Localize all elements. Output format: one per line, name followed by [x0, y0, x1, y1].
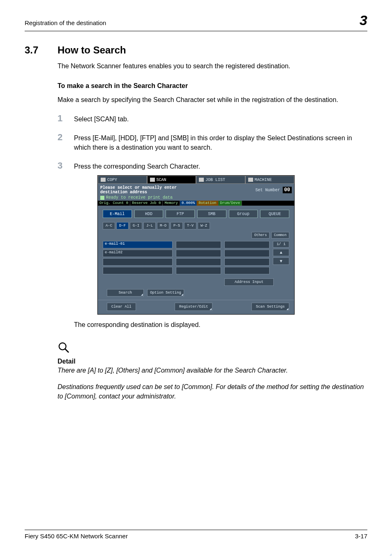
page-up-button[interactable]: ▲: [273, 249, 289, 256]
search-button[interactable]: Search: [107, 289, 144, 297]
intro-paragraph: The Network Scanner features enables you…: [58, 62, 367, 71]
tab-joblist[interactable]: JOB LIST: [196, 176, 245, 184]
section-heading: 3.7How to Search: [25, 44, 367, 56]
detail-heading: Detail: [58, 358, 367, 365]
step-number-2: 2: [58, 132, 74, 152]
magnifier-icon: [58, 341, 367, 355]
dest-queue-button[interactable]: QUEUE: [260, 210, 289, 218]
stat-memory-value: 0.000%: [182, 201, 195, 205]
list-item[interactable]: [224, 250, 270, 257]
device-screenshot: COPY SCAN JOB LIST MACHINE Please select…: [97, 175, 295, 315]
alpha-ac[interactable]: A-C: [103, 222, 115, 229]
stat-orig-label: Orig. Count: [99, 201, 124, 205]
tab-copy-label: COPY: [107, 178, 117, 182]
list-item[interactable]: [224, 258, 270, 266]
list-item[interactable]: [103, 267, 173, 274]
stat-rotation: Rotation: [198, 201, 216, 205]
dest-email-button[interactable]: E-Mail: [103, 210, 132, 218]
prompt-line1: Please select or manually enter: [100, 185, 177, 190]
subheading: To make a search in the Search Character: [58, 82, 367, 90]
step-text-1: Select [SCAN] tab.: [74, 113, 367, 124]
stat-reserve-label: Reserve Job: [132, 201, 156, 205]
alpha-jl[interactable]: J-L: [143, 222, 156, 229]
scan-settings-button[interactable]: Scan Settings: [251, 303, 289, 311]
header-left: Registration of the destination: [25, 19, 106, 26]
tab-copy[interactable]: COPY: [98, 176, 147, 184]
tab-machine[interactable]: MACHINE: [245, 176, 295, 184]
alpha-common[interactable]: Common: [271, 232, 289, 239]
footer-left: Fiery S450 65C-KM Network Scanner: [25, 533, 128, 540]
dest-hdd-button[interactable]: HDD: [134, 210, 164, 218]
svg-line-1: [65, 349, 69, 352]
alpha-gi[interactable]: G-I: [130, 222, 142, 229]
stat-reserve-value: 0: [159, 201, 161, 205]
alpha-wz[interactable]: W-Z: [198, 222, 210, 229]
page-down-button[interactable]: ▼: [273, 257, 289, 265]
list-item[interactable]: [103, 258, 173, 266]
joblist-icon: [199, 178, 204, 182]
list-item[interactable]: [176, 258, 221, 266]
printer-icon: [100, 196, 104, 200]
scan-icon: [150, 178, 155, 182]
tab-machine-label: MACHINE: [255, 178, 272, 182]
alpha-mo[interactable]: M-O: [157, 222, 169, 229]
header-chapter-number: 3: [360, 12, 367, 28]
section-number: 3.7: [25, 44, 58, 56]
alpha-others[interactable]: Others: [251, 232, 270, 239]
stat-orig-value: 0: [126, 201, 128, 205]
step-number-3: 3: [58, 160, 74, 171]
prompt-line2: destination address: [100, 190, 177, 195]
status-bar: Orig. Count 0 Reserve Job 0 Memory 0.000…: [98, 201, 294, 206]
detail-paragraph-1: There are [A] to [Z], [Others] and [Comm…: [58, 366, 367, 375]
tab-joblist-label: JOB LIST: [205, 178, 225, 182]
stat-memory-label: Memory: [164, 201, 178, 205]
page-indicator: 1/ 1: [273, 241, 289, 248]
alpha-df[interactable]: D-F: [116, 222, 129, 229]
prompt-message: Please select or manually enter destinat…: [100, 185, 177, 195]
footer-right: 3-17: [355, 533, 367, 540]
alpha-tv[interactable]: T-V: [184, 222, 196, 229]
step-text-3: Press the corresponding Search Character…: [74, 160, 367, 171]
dest-group-button[interactable]: Group: [229, 210, 258, 218]
section-title: How to Search: [58, 44, 126, 56]
stat-drum: Drum/Deve: [220, 201, 240, 205]
list-item[interactable]: e-mail-01: [103, 241, 173, 248]
ready-status: Ready to receive print data: [106, 195, 173, 200]
list-item[interactable]: [224, 267, 270, 274]
tab-scan-label: SCAN: [157, 178, 166, 182]
alpha-ps[interactable]: P-S: [171, 222, 183, 229]
address-input-button[interactable]: Address Input: [224, 278, 274, 286]
result-paragraph: The corresponding destination is display…: [74, 320, 367, 329]
copy-icon: [101, 178, 106, 182]
dest-ftp-button[interactable]: FTP: [166, 210, 195, 218]
tab-scan[interactable]: SCAN: [147, 176, 196, 184]
list-item[interactable]: [176, 267, 221, 274]
list-item[interactable]: [176, 241, 221, 248]
step-number-1: 1: [58, 113, 74, 124]
step-text-2: Press [E-Mail], [HDD], [FTP] and [SMB] i…: [74, 132, 367, 152]
set-number-label: Set Number: [256, 188, 280, 192]
clear-all-button[interactable]: Clear All: [107, 303, 136, 311]
option-setting-button[interactable]: Option Setting: [147, 289, 184, 297]
dest-smb-button[interactable]: SMB: [197, 210, 226, 218]
register-edit-button[interactable]: Register/Edit: [175, 303, 212, 311]
set-number: Set Number 00: [256, 187, 292, 193]
set-number-value: 00: [283, 187, 292, 193]
machine-icon: [248, 178, 253, 182]
instruction-paragraph: Make a search by specifying the Search C…: [58, 95, 367, 104]
detail-paragraph-2: Destinations frequently used can be set …: [58, 382, 367, 401]
list-item[interactable]: [176, 250, 221, 257]
list-item[interactable]: e-mail02: [103, 250, 173, 257]
footer-rule: [25, 530, 367, 530]
header-rule: [25, 31, 367, 31]
list-item[interactable]: [224, 241, 270, 248]
